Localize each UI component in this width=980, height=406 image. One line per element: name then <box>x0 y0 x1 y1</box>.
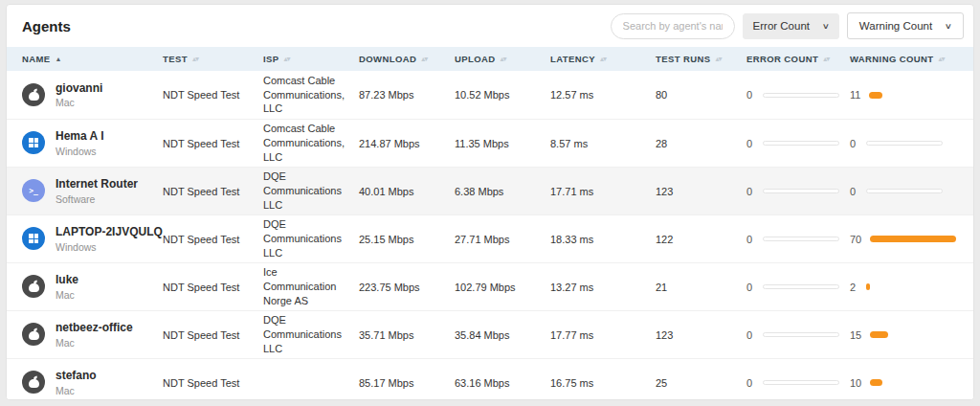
chevron-down-icon: ∨ <box>945 22 952 31</box>
error-count-bar <box>763 93 839 98</box>
table-row[interactable]: netbeez-office Mac NDT Speed Test DQE Co… <box>7 310 973 358</box>
table-row[interactable]: luke Mac NDT Speed Test Ice Communicatio… <box>7 262 973 310</box>
latency-cell: 8.57 ms <box>550 138 656 149</box>
error-count-cell: 0 <box>746 329 850 341</box>
test-runs-cell: 80 <box>656 89 746 101</box>
error-count-value: 0 <box>746 89 754 101</box>
test-cell: NDT Speed Test <box>163 329 263 341</box>
name-cell: netbeez-office Mac <box>7 320 163 349</box>
error-count-cell: 0 <box>746 282 850 293</box>
test-cell: NDT Speed Test <box>163 89 263 101</box>
warning-count-value: 0 <box>850 138 858 149</box>
warning-count-value: 11 <box>850 89 860 101</box>
agent-name: Internet Router <box>56 176 138 192</box>
column-header-name[interactable]: NAME▲ <box>7 54 163 64</box>
agent-os-label: Windows <box>56 240 163 254</box>
warning-count-value: 0 <box>850 186 858 197</box>
apple-icon <box>22 371 45 394</box>
download-cell: 87.23 Mbps <box>359 89 455 101</box>
error-count-bar <box>763 237 839 241</box>
agent-os-label: Mac <box>56 288 78 302</box>
column-label: TEST RUNS <box>656 54 710 64</box>
column-header-download[interactable]: DOWNLOAD▴▾ <box>359 54 455 64</box>
sort-icon: ▴▾ <box>421 55 427 63</box>
agent-os-label: Software <box>56 192 138 206</box>
agent-name: luke <box>56 272 78 287</box>
sort-ascending-icon: ▲ <box>56 56 62 62</box>
column-header-error-count[interactable]: ERROR COUNT▴▾ <box>746 54 850 64</box>
column-header-latency[interactable]: LATENCY▴▾ <box>550 54 656 64</box>
error-count-cell: 0 <box>746 234 850 245</box>
warning-count-bar <box>870 236 956 242</box>
sort-icon: ▴▾ <box>192 55 198 63</box>
warning-count-value: 2 <box>850 282 858 293</box>
latency-cell: 17.77 ms <box>550 329 656 341</box>
error-count-bar <box>763 284 839 289</box>
warning-count-value: 10 <box>850 377 861 389</box>
warning-count-cell: 15 <box>850 329 973 341</box>
windows-icon <box>22 227 45 250</box>
table-row[interactable]: LAPTOP-2IJVQULQ Windows NDT Speed Test D… <box>7 214 973 262</box>
column-label: ISP <box>263 54 279 64</box>
sort-icon: ▴▾ <box>600 55 606 63</box>
warning-count-bar <box>866 283 870 290</box>
isp-cell: Comcast Cable Communications, LLC <box>263 122 359 165</box>
agent-os-label: Mac <box>56 96 102 109</box>
latency-cell: 12.57 ms <box>550 89 656 101</box>
test-runs-cell: 123 <box>656 329 746 341</box>
column-header-isp[interactable]: ISP▴▾ <box>263 54 359 64</box>
column-header-upload[interactable]: UPLOAD▴▾ <box>455 54 550 64</box>
latency-cell: 13.27 ms <box>550 282 656 293</box>
upload-cell: 35.84 Mbps <box>455 329 550 341</box>
sort-icon: ▴▾ <box>823 55 829 63</box>
agent-os-label: Mac <box>56 336 133 350</box>
isp-cell: Ice Communication Norge AS <box>263 265 359 308</box>
table-body: giovanni Mac NDT Speed Test Comcast Cabl… <box>7 71 973 400</box>
error-count-filter-label: Error Count <box>753 20 810 32</box>
test-runs-cell: 122 <box>656 234 746 245</box>
test-runs-cell: 123 <box>656 186 746 197</box>
error-count-bar <box>763 141 839 146</box>
apple-icon <box>22 83 45 106</box>
latency-cell: 17.71 ms <box>550 186 656 197</box>
test-runs-cell: 25 <box>656 377 746 389</box>
agent-os-label: Windows <box>56 145 103 158</box>
test-cell: NDT Speed Test <box>163 282 263 293</box>
warning-count-bar <box>866 189 943 193</box>
table-row[interactable]: >_ Internet Router Software NDT Speed Te… <box>7 167 973 214</box>
error-count-cell: 0 <box>746 89 850 101</box>
download-cell: 40.01 Mbps <box>359 186 455 197</box>
test-cell: NDT Speed Test <box>163 186 263 197</box>
table-row[interactable]: Hema A I Windows NDT Speed Test Comcast … <box>7 119 973 167</box>
error-count-value: 0 <box>746 234 754 245</box>
error-count-bar <box>763 189 839 193</box>
table-row[interactable]: giovanni Mac NDT Speed Test Comcast Cabl… <box>7 71 973 119</box>
download-cell: 85.17 Mbps <box>359 377 455 389</box>
search-input[interactable] <box>611 13 735 39</box>
warning-count-bar <box>870 331 888 338</box>
error-count-filter-dropdown[interactable]: Error Count ∨ <box>743 13 839 39</box>
column-header-test-runs[interactable]: TEST RUNS▴▾ <box>656 54 746 64</box>
error-count-value: 0 <box>746 377 754 389</box>
agent-name: giovanni <box>56 80 102 96</box>
warning-count-filter-dropdown[interactable]: Warning Count ∨ <box>847 12 964 39</box>
apple-icon <box>22 275 45 298</box>
name-cell: stefano Mac <box>7 368 163 396</box>
column-header-test[interactable]: TEST▴▾ <box>163 54 263 64</box>
test-cell: NDT Speed Test <box>163 138 263 149</box>
sort-icon: ▴▾ <box>939 55 945 63</box>
name-cell: >_ Internet Router Software <box>7 176 163 205</box>
error-count-bar <box>763 332 839 337</box>
warning-count-bar <box>866 141 943 146</box>
sort-icon: ▴▾ <box>715 55 721 63</box>
name-cell: LAPTOP-2IJVQULQ Windows <box>7 224 163 253</box>
table-row[interactable]: stefano Mac NDT Speed Test 85.17 Mbps 63… <box>7 358 973 400</box>
upload-cell: 27.71 Mbps <box>455 234 550 245</box>
sort-icon: ▴▾ <box>501 55 506 63</box>
error-count-value: 0 <box>746 282 754 293</box>
column-header-warning-count[interactable]: WARNING COUNT▴▾ <box>850 54 973 64</box>
warning-count-cell: 0 <box>850 138 973 149</box>
windows-icon <box>22 131 45 154</box>
upload-cell: 63.16 Mbps <box>455 377 550 389</box>
column-label: TEST <box>163 54 188 64</box>
